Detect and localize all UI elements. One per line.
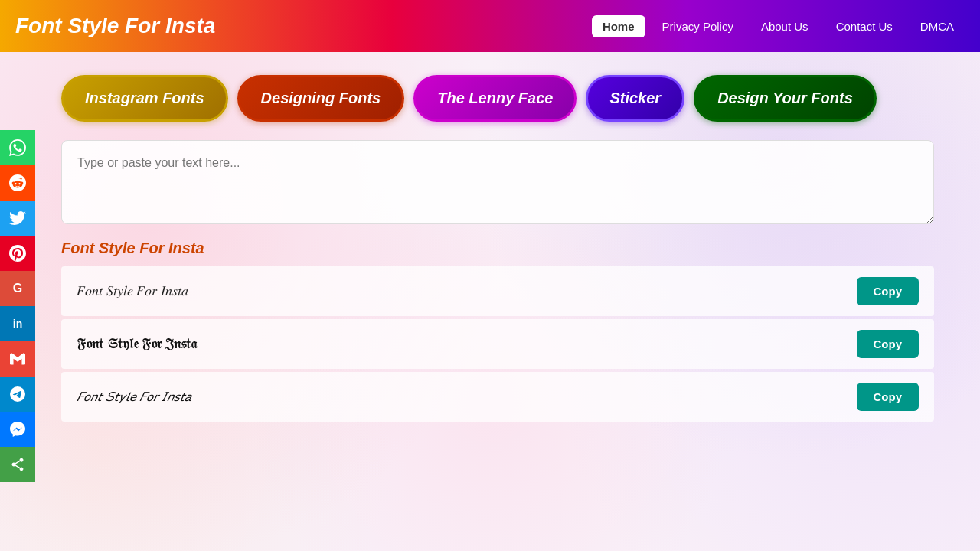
nav-home[interactable]: Home [592,15,645,37]
copy-button-1[interactable]: Copy [857,277,920,305]
nav-privacy[interactable]: Privacy Policy [652,15,744,37]
tab-bar: Instagram Fonts Designing Fonts The Lenn… [61,75,934,122]
main-content: Instagram Fonts Designing Fonts The Lenn… [0,52,980,551]
social-whatsapp[interactable] [0,130,35,165]
social-telegram[interactable] [0,377,35,412]
tab-lenny[interactable]: The Lenny Face [413,75,577,122]
font-row-1: 𝐹𝑜𝑛𝑡 𝑆𝑡𝑦𝑙𝑒 𝐹𝑜𝑟 𝐼𝑛𝑠𝑡𝑎 Copy [61,266,934,316]
font-row-2: 𝔉𝔬𝔫𝔱 𝔖𝔱𝔶𝔩𝔢 𝔉𝔬𝔯 𝔍𝔫𝔰𝔱𝔞 Copy [61,319,934,369]
social-gmail[interactable] [0,341,35,377]
social-reddit[interactable] [0,165,35,201]
results-title: Font Style For Insta [61,240,934,257]
tab-instagram[interactable]: Instagram Fonts [61,75,228,122]
font-row-3: 𝘍𝘰𝘯𝘵 𝘚𝘵𝘺𝘭𝘦 𝘍𝘰𝘳 𝘐𝘯𝘴𝘵𝘢 Copy [61,372,934,422]
social-linkedin[interactable]: in [0,306,35,341]
social-messenger[interactable] [0,412,35,447]
text-input[interactable] [61,140,934,224]
site-logo: Font Style For Insta [15,14,215,38]
copy-button-3[interactable]: Copy [857,383,920,411]
font-text-2: 𝔉𝔬𝔫𝔱 𝔖𝔱𝔶𝔩𝔢 𝔉𝔬𝔯 𝔍𝔫𝔰𝔱𝔞 [77,336,197,352]
social-google[interactable]: G [0,271,35,306]
tab-designing[interactable]: Designing Fonts [237,75,405,122]
social-twitter[interactable] [0,201,35,236]
header: Font Style For Insta Home Privacy Policy… [0,0,980,52]
font-text-1: 𝐹𝑜𝑛𝑡 𝑆𝑡𝑦𝑙𝑒 𝐹𝑜𝑟 𝐼𝑛𝑠𝑡𝑎 [77,283,188,299]
nav-contact[interactable]: Contact Us [825,15,903,37]
main-nav: Home Privacy Policy About Us Contact Us … [592,15,965,37]
results-section: Font Style For Insta 𝐹𝑜𝑛𝑡 𝑆𝑡𝑦𝑙𝑒 𝐹𝑜𝑟 𝐼𝑛𝑠𝑡… [61,240,934,422]
social-sidebar: G in [0,130,35,482]
nav-about[interactable]: About Us [750,15,819,37]
font-text-3: 𝘍𝘰𝘯𝘵 𝘚𝘵𝘺𝘭𝘦 𝘍𝘰𝘳 𝘐𝘯𝘴𝘵𝘢 [77,389,191,405]
social-pinterest[interactable] [0,236,35,271]
social-share[interactable] [0,447,35,482]
tab-design-fonts[interactable]: Design Your Fonts [694,75,877,122]
nav-dmca[interactable]: DMCA [910,15,965,37]
copy-button-2[interactable]: Copy [857,330,920,358]
tab-sticker[interactable]: Sticker [586,75,684,122]
